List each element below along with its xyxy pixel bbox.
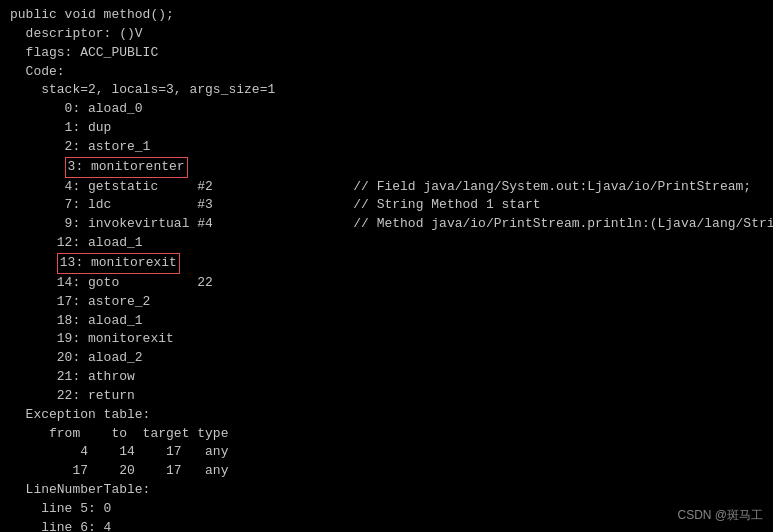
- line-28: line 6: 4: [10, 520, 111, 532]
- code-content: public void method(); descriptor: ()V fl…: [10, 6, 763, 532]
- line-7: 1: dup: [10, 120, 111, 135]
- line-13: 12: aload_1: [10, 235, 143, 250]
- line-8: 2: astore_1: [10, 139, 150, 154]
- line-2: descriptor: ()V: [10, 26, 143, 41]
- line-18: 19: monitorexit: [10, 331, 174, 346]
- line-16: 17: astore_2: [10, 294, 150, 309]
- line-20: 21: athrow: [10, 369, 135, 384]
- line-9: 3: monitorenter: [10, 159, 188, 174]
- monitorexit-highlight: 13: monitorexit: [57, 253, 180, 274]
- line-11: 7: ldc #3 // String Method 1 start: [10, 197, 541, 212]
- watermark: CSDN @斑马工: [677, 507, 763, 524]
- line-15: 14: goto 22: [10, 275, 213, 290]
- line-23: from to target type: [10, 426, 228, 441]
- line-27: line 5: 0: [10, 501, 111, 516]
- line-3: flags: ACC_PUBLIC: [10, 45, 158, 60]
- line-22: Exception table:: [10, 407, 150, 422]
- code-viewer: public void method(); descriptor: ()V fl…: [0, 0, 773, 532]
- line-12: 9: invokevirtual #4 // Method java/io/Pr…: [10, 216, 773, 231]
- line-14: 13: monitorexit: [10, 255, 180, 270]
- line-10: 4: getstatic #2 // Field java/lang/Syste…: [10, 179, 751, 194]
- monitorenter-highlight: 3: monitorenter: [65, 157, 188, 178]
- line-26: LineNumberTable:: [10, 482, 150, 497]
- line-25: 17 20 17 any: [10, 463, 228, 478]
- line-6: 0: aload_0: [10, 101, 143, 116]
- line-5: stack=2, locals=3, args_size=1: [10, 82, 275, 97]
- line-19: 20: aload_2: [10, 350, 143, 365]
- line-17: 18: aload_1: [10, 313, 143, 328]
- line-1: public void method();: [10, 7, 174, 22]
- line-24: 4 14 17 any: [10, 444, 228, 459]
- line-4: Code:: [10, 64, 65, 79]
- line-21: 22: return: [10, 388, 135, 403]
